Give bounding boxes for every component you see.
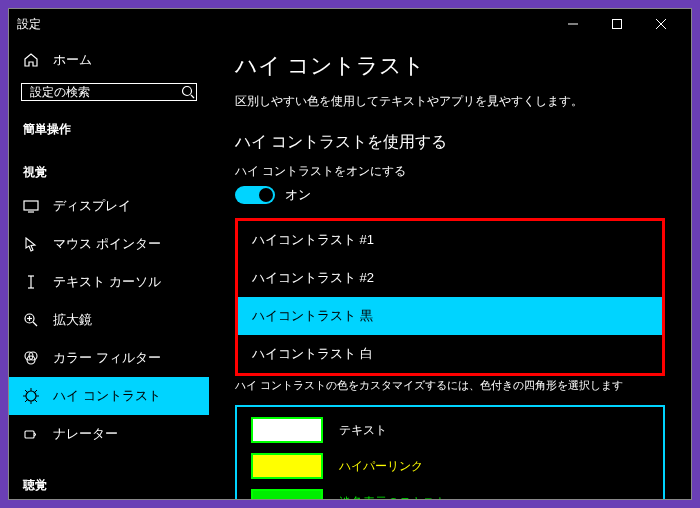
search-icon <box>180 84 196 100</box>
home-link[interactable]: ホーム <box>9 43 209 77</box>
high-contrast-icon <box>23 388 39 404</box>
svg-point-4 <box>183 87 192 96</box>
sidebar-item-label: カラー フィルター <box>53 349 161 367</box>
sidebar-item-magnifier[interactable]: 拡大鏡 <box>9 301 209 339</box>
sidebar-item-label: テキスト カーソル <box>53 273 161 291</box>
theme-option[interactable]: ハイコントラスト #2 <box>238 259 662 297</box>
section-vision: 視覚 <box>9 154 209 187</box>
home-icon <box>23 52 39 68</box>
search-box[interactable] <box>21 83 197 101</box>
svg-line-24 <box>35 400 37 402</box>
svg-line-12 <box>33 322 37 326</box>
close-button[interactable] <box>639 9 683 39</box>
window-title: 設定 <box>17 16 551 33</box>
svg-rect-6 <box>24 201 38 210</box>
swatch-text[interactable] <box>251 417 323 443</box>
theme-option[interactable]: ハイコントラスト #1 <box>238 221 662 259</box>
main-content: ハイ コントラスト 区別しやすい色を使用してテキストやアプリを見やすくします。 … <box>209 39 691 499</box>
svg-line-26 <box>25 400 27 402</box>
cursor-icon <box>23 236 39 252</box>
color-preview-box: テキスト ハイパーリンク 淡色表示のテキスト 選択されたテキスト <box>235 405 665 499</box>
swatch-disabled-text[interactable] <box>251 489 323 499</box>
label-disabled-text: 淡色表示のテキスト <box>339 494 447 500</box>
toggle-state: オン <box>285 186 311 204</box>
settings-window: 設定 ホーム 簡単操作 視覚 ディスプレイ マウス ポ <box>9 9 691 499</box>
sidebar: ホーム 簡単操作 視覚 ディスプレイ マウス ポインター テキスト カーソル <box>9 39 209 499</box>
label-text: テキスト <box>339 422 387 439</box>
sidebar-item-label: ハイ コントラスト <box>53 387 161 405</box>
titlebar: 設定 <box>9 9 691 39</box>
text-cursor-icon <box>23 274 39 290</box>
theme-dropdown-open: ハイコントラスト #1 ハイコントラスト #2 ハイコントラスト 黒 ハイコント… <box>235 218 665 376</box>
sidebar-item-display[interactable]: ディスプレイ <box>9 187 209 225</box>
sidebar-item-label: ディスプレイ <box>53 197 131 215</box>
sidebar-item-mouse-pointer[interactable]: マウス ポインター <box>9 225 209 263</box>
sidebar-item-label: 拡大鏡 <box>53 311 92 329</box>
svg-line-5 <box>191 95 194 98</box>
page-description: 区別しやすい色を使用してテキストやアプリを見やすくします。 <box>235 93 665 110</box>
use-heading: ハイ コントラストを使用する <box>235 132 665 153</box>
label-hyperlink: ハイパーリンク <box>339 458 423 475</box>
svg-line-23 <box>25 390 27 392</box>
sidebar-item-label: ナレーター <box>53 425 118 443</box>
section-hearing: 聴覚 <box>9 467 209 499</box>
minimize-button[interactable] <box>551 9 595 39</box>
narrator-icon <box>23 426 39 442</box>
customize-help: ハイ コントラストの色をカスタマイズするには、色付きの四角形を選択します <box>235 378 665 393</box>
color-filter-icon <box>23 350 39 366</box>
svg-rect-1 <box>613 20 622 29</box>
magnifier-icon <box>23 312 39 328</box>
maximize-button[interactable] <box>595 9 639 39</box>
svg-point-18 <box>26 391 36 401</box>
high-contrast-toggle[interactable] <box>235 186 275 204</box>
search-input[interactable] <box>30 85 180 99</box>
sidebar-item-color-filters[interactable]: カラー フィルター <box>9 339 209 377</box>
svg-rect-27 <box>25 431 34 438</box>
theme-option-selected[interactable]: ハイコントラスト 黒 <box>238 297 662 335</box>
sidebar-item-narrator[interactable]: ナレーター <box>9 415 209 453</box>
swatch-hyperlink[interactable] <box>251 453 323 479</box>
sidebar-item-text-cursor[interactable]: テキスト カーソル <box>9 263 209 301</box>
sidebar-item-label: マウス ポインター <box>53 235 161 253</box>
toggle-label: ハイ コントラストをオンにする <box>235 163 665 180</box>
svg-line-25 <box>35 390 37 392</box>
theme-option[interactable]: ハイコントラスト 白 <box>238 335 662 373</box>
sidebar-item-high-contrast[interactable]: ハイ コントラスト <box>9 377 209 415</box>
page-title: ハイ コントラスト <box>235 51 665 81</box>
section-ease-of-access: 簡単操作 <box>9 111 209 144</box>
home-label: ホーム <box>53 51 92 69</box>
display-icon <box>23 198 39 214</box>
